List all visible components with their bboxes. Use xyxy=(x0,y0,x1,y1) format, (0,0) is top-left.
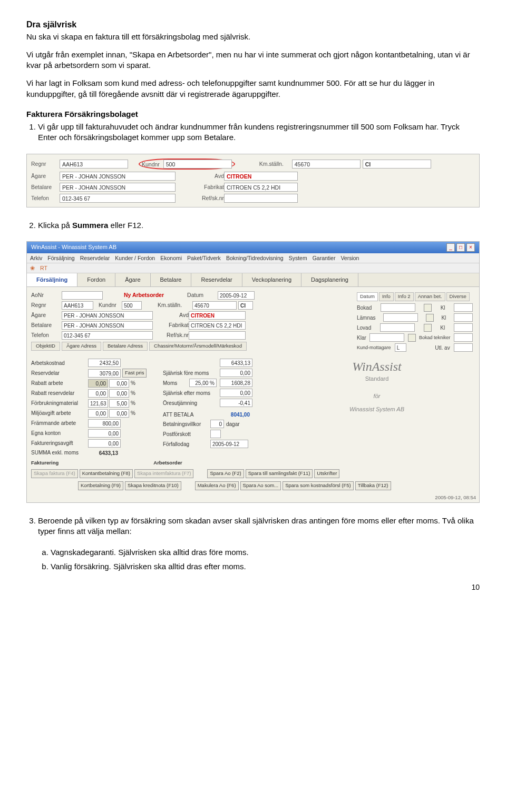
menu-reservdelar[interactable]: Reservdelar xyxy=(80,254,110,262)
aonr-input[interactable] xyxy=(62,291,103,300)
avd-input[interactable]: CITROEN xyxy=(224,172,298,181)
infotab-info[interactable]: Info xyxy=(379,292,394,301)
btn-kortbetalning[interactable]: Kortbetalning (F9) xyxy=(78,481,123,490)
tab-fordon[interactable]: Fordon xyxy=(77,273,115,286)
calendar-icon[interactable] xyxy=(424,324,432,332)
infotab-diverse[interactable]: Diverse xyxy=(446,292,470,301)
telefon-input[interactable]: 012-345 67 xyxy=(60,194,176,203)
btn-makulera[interactable]: Makulera Ao (F6) xyxy=(195,481,239,490)
btn-spara-ao[interactable]: Spara Ao (F2) xyxy=(207,469,244,478)
bokad-input[interactable] xyxy=(381,303,415,312)
c-forb-v1[interactable]: 121,63 xyxy=(88,399,108,408)
link-betalareadress[interactable]: Betalare Adress xyxy=(103,342,148,351)
kmstalln-input[interactable]: 45670 xyxy=(292,160,361,169)
tab-reservdelar[interactable]: Reservdelar xyxy=(191,273,242,286)
m-sjefter-v[interactable]: 0,00 xyxy=(220,389,252,397)
maximize-icon[interactable]: □ xyxy=(456,243,465,252)
lovad-kl[interactable] xyxy=(454,323,473,332)
datum-input[interactable]: 2005-09-12 xyxy=(218,291,255,300)
btn-tillbaka[interactable]: Tillbaka (F12) xyxy=(355,481,391,490)
f2-avd-input[interactable]: CITROEN xyxy=(189,311,246,320)
tab-agare[interactable]: Ägare xyxy=(115,273,150,286)
m-bv-l: Betalningsvillkor xyxy=(163,421,210,428)
c-rabr-v1[interactable]: 0,00 xyxy=(88,389,108,398)
f2-fabrikat-input[interactable]: CITROEN C5 2,2 HDI xyxy=(189,321,246,330)
klar-input[interactable] xyxy=(369,333,404,342)
menu-system[interactable]: System xyxy=(289,254,307,262)
lamnas-input[interactable] xyxy=(383,313,418,322)
toolbar-icon[interactable]: ❀ xyxy=(30,264,35,272)
ci-input[interactable]: CI xyxy=(363,160,431,169)
link-chassinr[interactable]: Chassinr/Motornr/Årsmodell/Märkeskod xyxy=(149,342,247,351)
toolbar-rt[interactable]: RT xyxy=(40,264,47,272)
calendar-icon[interactable] xyxy=(408,334,416,342)
f2-kundnr-input[interactable]: 500 xyxy=(122,301,142,310)
bokad-kl[interactable] xyxy=(454,303,473,312)
f2-kmstalln-input[interactable]: 45670 xyxy=(192,301,237,310)
lovad-input[interactable] xyxy=(380,323,415,332)
kl-label: Kl xyxy=(441,304,445,312)
btn-utskrifter[interactable]: Utskrifter xyxy=(314,469,339,478)
link-objektid[interactable]: ObjektID xyxy=(31,342,60,351)
menu-bokning[interactable]: Bokning/Tidredovisning xyxy=(226,254,284,262)
kundmot-input[interactable]: L xyxy=(395,343,406,352)
c-miljo-v2[interactable]: 0,00 xyxy=(109,409,129,418)
m-sjfore-v[interactable]: 0,00 xyxy=(220,369,252,377)
tab-veckoplanering[interactable]: Veckoplanering xyxy=(242,273,301,286)
menu-ekonomi[interactable]: Ekonomi xyxy=(160,254,182,262)
m-ores-l: Öresutjämning xyxy=(163,400,220,407)
c-forb-v2[interactable]: 5,00 xyxy=(109,399,129,408)
f2-regnr-input[interactable]: AAH613 xyxy=(62,301,93,310)
m-pf-check[interactable] xyxy=(210,430,221,438)
tab-forsaljning[interactable]: Försäljning xyxy=(27,273,77,286)
tab-dagsplanering[interactable]: Dagsplanering xyxy=(301,273,358,286)
f2-ref-input[interactable] xyxy=(189,331,246,340)
lamnas-kl[interactable] xyxy=(454,313,473,322)
c-reserv-v: 3079,00 xyxy=(88,369,121,378)
menu-version[interactable]: Version xyxy=(340,254,359,262)
link-agareadress[interactable]: Ägare Adress xyxy=(62,342,101,351)
btn-kontant[interactable]: Kontantbetalning (F8) xyxy=(80,469,133,478)
c-miljo-v1[interactable]: 0,00 xyxy=(88,409,108,418)
m-forf-v[interactable]: 2005-09-12 xyxy=(210,440,248,448)
btn-spara-som[interactable]: Spara Ao som... xyxy=(240,481,281,490)
infotab-datum[interactable]: Datum xyxy=(357,292,378,301)
agare-input[interactable]: PER - JOHAN JONSSON xyxy=(60,172,176,181)
fastpris-button[interactable]: Fast pris xyxy=(122,369,147,378)
c-forb-pct: % xyxy=(131,400,135,407)
menu-paket[interactable]: Paket/Tidverk xyxy=(187,254,221,262)
betalare-input[interactable]: PER - JOHAN JONSSON xyxy=(60,183,176,192)
bokadtek-input[interactable] xyxy=(454,333,473,342)
fabrikat-input[interactable]: CITROEN C5 2,2 HDI xyxy=(224,183,298,192)
tab-betalare[interactable]: Betalare xyxy=(151,273,192,286)
f2-telefon-input[interactable]: 012-345 67 xyxy=(62,331,153,340)
calendar-icon[interactable] xyxy=(426,314,434,322)
menu-arkiv[interactable]: Arkiv xyxy=(30,254,42,262)
menu-forsaljning[interactable]: Försäljning xyxy=(47,254,74,262)
menu-kunderfordon[interactable]: Kunder / Fordon xyxy=(115,254,155,262)
f2-betalare-input[interactable]: PER - JOHAN JONSSON xyxy=(62,321,153,330)
f2-agare-input[interactable]: PER - JOHAN JONSSON xyxy=(62,311,153,320)
btn-internfaktura[interactable]: Skapa internfaktura (F7) xyxy=(134,469,193,478)
calendar-icon[interactable] xyxy=(424,304,432,312)
utlav-input[interactable] xyxy=(454,343,473,352)
c-raba-v1[interactable]: 0,00 xyxy=(88,379,108,388)
m-moms-pct[interactable]: 25,00 % xyxy=(189,379,217,387)
menu-garantier[interactable]: Garantier xyxy=(313,254,336,262)
btn-skapa-faktura[interactable]: Skapa faktura (F4) xyxy=(31,469,78,478)
kundnr-input[interactable]: 500 xyxy=(163,160,232,169)
c-raba-v2[interactable]: 0,00 xyxy=(109,379,129,388)
regnr-input[interactable]: AAH613 xyxy=(60,160,128,169)
btn-spara-samling[interactable]: Spara till samlingsfakt (F11) xyxy=(246,469,313,478)
c-fakt-v[interactable]: 0,00 xyxy=(88,439,121,448)
m-bv-v[interactable]: 0 xyxy=(210,420,224,428)
infotab-info2[interactable]: Info 2 xyxy=(395,292,414,301)
btn-kreditnota[interactable]: Skapa kreditnota (F10) xyxy=(125,481,181,490)
ref-input[interactable] xyxy=(224,194,298,203)
f2-ci-input[interactable]: CI xyxy=(238,301,253,310)
infotab-annanbet[interactable]: Annan bet. xyxy=(415,292,445,301)
c-rabr-v2[interactable]: 0,00 xyxy=(109,389,129,398)
close-icon[interactable]: × xyxy=(466,243,475,252)
btn-kostnadsforsl[interactable]: Spara som kostnadsförsl (F5) xyxy=(283,481,354,490)
minimize-icon[interactable]: _ xyxy=(446,243,455,252)
